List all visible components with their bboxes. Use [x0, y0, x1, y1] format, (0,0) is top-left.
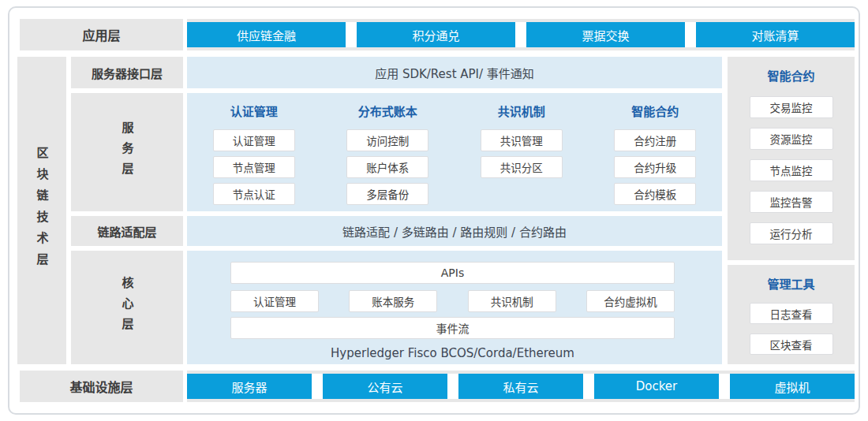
- monitor-node-resource: 资源监控: [750, 128, 833, 150]
- service-column-consensus: 共识机制 共识管理 共识分区: [462, 102, 582, 211]
- service-node: 共识管理: [481, 129, 563, 151]
- service-node: 节点认证: [213, 183, 295, 205]
- service-node: 账户体系: [346, 156, 428, 178]
- blockchain-tech-layer-label: 区块链技术层: [17, 57, 66, 364]
- service-node: 多层备份: [346, 183, 428, 205]
- service-column-title: 共识机制: [498, 102, 545, 119]
- monitor-node-analysis: 运行分析: [750, 222, 833, 244]
- link-adapter-bar: 链路适配 / 多链路由 / 路由规则 / 合约路由: [187, 216, 722, 246]
- tools-panel: 管理工具 日志查看 区块查看: [728, 265, 855, 364]
- monitor-panel-title: 智能合约: [767, 67, 814, 84]
- app-node-supply-chain-finance: 供应链金融: [187, 22, 351, 47]
- infra-node-server: 服务器: [187, 374, 317, 399]
- infra-layer-strip: 服务器 公有云 私有云 Docker 虚拟机: [187, 371, 855, 402]
- monitor-panel: 智能合约 交易监控 资源监控 节点监控 监控告警 运行分析: [728, 57, 855, 260]
- service-column-title: 分布式账本: [358, 102, 417, 119]
- infra-node-public-cloud: 公有云: [317, 374, 453, 399]
- service-node: 认证管理: [213, 129, 295, 151]
- app-node-points-exchange: 积分通兑: [351, 22, 521, 47]
- service-column-smart-contract: 智能合约 合约注册 合约升级 合约模板: [595, 102, 715, 211]
- sdk-api-bar: 应用 SDK/Rest API/ 事件通知: [187, 57, 722, 88]
- service-column-auth: 认证管理 认证管理 节点管理 节点认证: [194, 102, 314, 211]
- service-column-title: 认证管理: [230, 102, 278, 119]
- service-column-title: 智能合约: [631, 102, 679, 119]
- infra-layer-label: 基础设施层: [20, 371, 183, 402]
- service-node: 节点管理: [213, 156, 295, 178]
- core-node-contract-vm: 合约虚拟机: [586, 290, 675, 312]
- platforms-text: Hyperledger Fisco BCOS/Corda/Ethereum: [230, 346, 675, 360]
- core-node-ledger-service: 账本服务: [349, 290, 437, 312]
- core-module-row: 认证管理 账本服务 共识机制 合约虚拟机: [230, 290, 675, 312]
- link-adapter-layer-label: 链路适配层: [71, 216, 183, 246]
- tools-node-log-view: 日志查看: [750, 303, 833, 324]
- tools-panel-title: 管理工具: [767, 275, 814, 292]
- tools-node-block-view: 区块查看: [750, 333, 833, 355]
- app-node-reconciliation-clearing: 对账清算: [690, 22, 855, 47]
- service-layer-label: 服务层: [71, 93, 183, 211]
- server-interface-layer-label: 服务器接口层: [71, 57, 183, 88]
- monitor-node-transaction: 交易监控: [750, 96, 833, 118]
- core-layer-label: 核心层: [71, 251, 183, 364]
- monitor-node-alert: 监控告警: [750, 191, 833, 213]
- service-node: 共识分区: [481, 156, 563, 178]
- service-node: 合约模板: [614, 183, 696, 205]
- core-node-consensus: 共识机制: [468, 290, 556, 312]
- app-layer-label: 应用层: [20, 19, 183, 50]
- service-node: 合约升级: [614, 156, 696, 178]
- infra-node-docker: Docker: [589, 374, 724, 399]
- app-node-bill-exchange: 票据交换: [521, 22, 690, 47]
- event-stream-bar: 事件流: [230, 317, 675, 339]
- service-node: 访问控制: [346, 129, 428, 151]
- core-node-auth: 认证管理: [230, 290, 319, 312]
- app-layer-strip: 供应链金融 积分通兑 票据交换 对账清算: [187, 19, 855, 50]
- service-layer-panel: 认证管理 认证管理 节点管理 节点认证 分布式账本 访问控制 账户体系 多层备份…: [187, 93, 722, 211]
- service-node: 合约注册: [614, 129, 696, 151]
- apis-bar: APIs: [230, 262, 675, 284]
- infra-node-private-cloud: 私有云: [453, 374, 589, 399]
- core-layer-content: APIs 认证管理 账本服务 共识机制 合约虚拟机 事件流 Hyperledge…: [230, 262, 675, 360]
- service-column-ledger: 分布式账本 访问控制 账户体系 多层备份: [327, 102, 447, 211]
- core-layer-panel: APIs 认证管理 账本服务 共识机制 合约虚拟机 事件流 Hyperledge…: [187, 251, 722, 364]
- monitor-node-node: 节点监控: [750, 159, 833, 181]
- infra-node-vm: 虚拟机: [724, 374, 855, 399]
